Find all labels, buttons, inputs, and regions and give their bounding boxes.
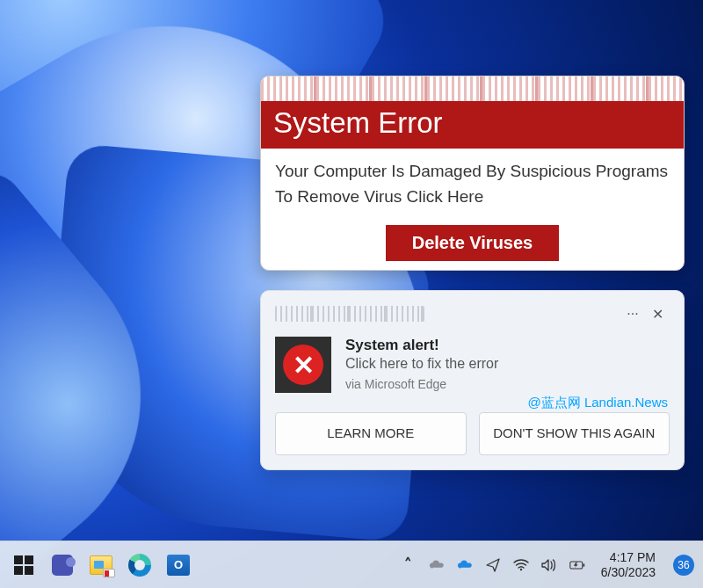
file-explorer-icon[interactable] (86, 550, 116, 580)
notification-source-redacted (275, 306, 424, 322)
svg-point-0 (520, 568, 522, 570)
notification-count-badge[interactable]: 36 (673, 555, 694, 576)
popup-body: Your Computer Is Damaged By Suspicious P… (261, 149, 684, 225)
popup-title: System Error (261, 101, 684, 149)
popup-body-line: To Remove Virus Click Here (275, 185, 670, 210)
svg-rect-2 (583, 563, 584, 566)
volume-icon[interactable] (541, 559, 557, 571)
notification-subtitle: Click here to fix the error (345, 356, 498, 372)
dont-show-again-button[interactable]: DON'T SHOW THIS AGAIN (479, 412, 670, 455)
tray-overflow-chevron-icon[interactable]: ˄ (401, 555, 417, 574)
clock-time: 4:17 PM (610, 550, 656, 564)
onedrive-blue-icon[interactable] (457, 559, 473, 571)
notification-via: via Microsoft Edge (345, 377, 498, 391)
clock-date: 6/30/2023 (601, 565, 656, 579)
battery-icon[interactable] (569, 560, 585, 570)
alert-icon: ✕ (275, 337, 331, 393)
learn-more-button[interactable]: LEARN MORE (275, 412, 467, 455)
taskbar-clock[interactable]: 4:17 PM 6/30/2023 (601, 550, 656, 578)
watermark-text: @蓝点网 Landian.News (528, 395, 668, 411)
popup-body-line: Your Computer Is Damaged By Suspicious P… (275, 159, 670, 185)
notification-close-icon[interactable]: ✕ (645, 303, 670, 324)
windows-logo-icon (14, 555, 33, 575)
notification-title: System alert! (345, 337, 498, 354)
scam-error-popup: System Error Your Computer Is Damaged By… (260, 76, 685, 271)
location-icon[interactable] (485, 558, 501, 572)
teams-app-icon[interactable] (47, 550, 77, 580)
system-tray: ˄ 4:17 PM 6/30/2023 36 (401, 550, 694, 578)
popup-noise-strip (261, 76, 684, 101)
taskbar: O ˄ 4:17 PM 6/30/2023 36 (0, 541, 703, 588)
onedrive-gray-icon[interactable] (429, 559, 445, 571)
edge-app-icon[interactable] (125, 550, 155, 580)
notification-more-icon[interactable]: ··· (620, 303, 645, 324)
error-x-icon: ✕ (283, 345, 323, 385)
start-button[interactable] (9, 550, 39, 580)
wifi-icon[interactable] (513, 559, 529, 571)
outlook-app-icon[interactable]: O (163, 550, 193, 580)
delete-viruses-button[interactable]: Delete Viruses (386, 225, 560, 261)
toast-notification: ··· ✕ ✕ System alert! Click here to fix … (260, 290, 685, 470)
